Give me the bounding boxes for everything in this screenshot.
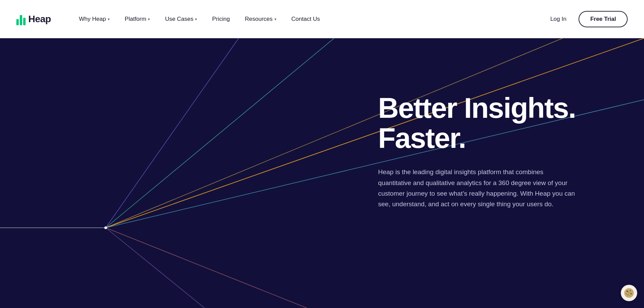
nav-links: Why Heap ▾ Platform ▾ Use Cases ▾ Pricin… — [71, 13, 546, 25]
nav-item-contact[interactable]: Contact Us — [284, 13, 328, 25]
svg-point-12 — [630, 293, 632, 294]
logo-bar-2 — [20, 15, 22, 25]
nav-item-use-cases[interactable]: Use Cases ▾ — [158, 13, 205, 25]
logo-icon — [16, 13, 26, 25]
nav-item-why-heap[interactable]: Why Heap ▾ — [71, 13, 117, 25]
hero-section: Better Insights. Faster. Heap is the lea… — [0, 38, 644, 308]
logo-link[interactable]: Heap — [16, 13, 51, 25]
svg-line-6 — [106, 228, 307, 308]
svg-point-11 — [630, 290, 631, 291]
navbar: Heap Why Heap ▾ Platform ▾ Use Cases ▾ P… — [0, 0, 644, 38]
svg-point-15 — [628, 292, 630, 293]
nav-item-resources[interactable]: Resources ▾ — [237, 13, 284, 25]
cookie-consent-badge[interactable] — [621, 285, 637, 301]
hero-content: Better Insights. Faster. Heap is the lea… — [378, 93, 576, 210]
nav-item-platform[interactable]: Platform ▾ — [117, 13, 158, 25]
svg-line-2 — [106, 38, 334, 228]
free-trial-button[interactable]: Free Trial — [579, 11, 628, 27]
chevron-down-icon: ▾ — [195, 17, 197, 22]
svg-point-10 — [627, 291, 628, 292]
hero-body-text: Heap is the leading digital insights pla… — [378, 167, 576, 209]
nav-right: Log In Free Trial — [546, 11, 628, 27]
nav-item-pricing[interactable]: Pricing — [205, 13, 237, 25]
chevron-down-icon: ▾ — [274, 17, 276, 22]
login-button[interactable]: Log In — [546, 13, 570, 25]
svg-point-8 — [104, 226, 107, 229]
svg-point-14 — [626, 294, 627, 295]
svg-point-13 — [627, 294, 628, 295]
logo-bar-3 — [23, 18, 26, 25]
svg-line-3 — [106, 38, 239, 228]
hero-heading: Better Insights. Faster. — [378, 93, 576, 153]
chevron-down-icon: ▾ — [148, 17, 150, 22]
logo-bar-1 — [16, 19, 19, 25]
logo-text: Heap — [28, 14, 51, 25]
svg-point-16 — [629, 295, 630, 296]
svg-line-7 — [106, 228, 205, 308]
cookie-icon — [624, 288, 634, 298]
chevron-down-icon: ▾ — [108, 17, 110, 22]
